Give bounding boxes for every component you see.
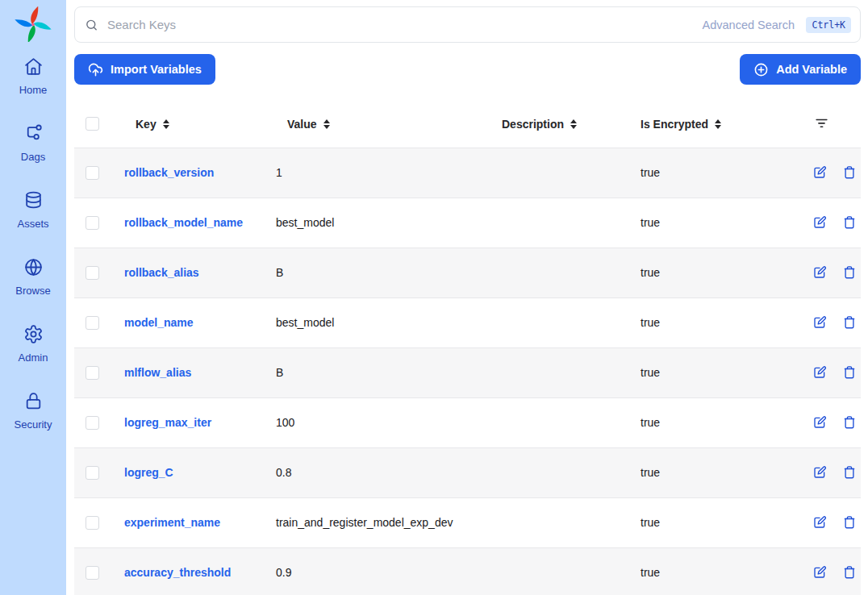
advanced-search-link[interactable]: Advanced Search (703, 19, 795, 31)
variables-table: Key Value Description Is Encrypted (74, 101, 861, 595)
lock-icon (23, 391, 44, 414)
row-actions (796, 298, 851, 347)
variable-is-encrypted: true (629, 347, 785, 397)
edit-variable-button[interactable] (812, 465, 827, 480)
row-checkbox[interactable] (86, 466, 99, 480)
column-header-key[interactable]: Key (113, 101, 265, 148)
row-checkbox[interactable] (86, 416, 99, 430)
delete-variable-button[interactable] (842, 565, 857, 580)
row-actions (796, 148, 851, 198)
column-header-description[interactable]: Description (490, 101, 629, 148)
edit-pencil-icon (812, 565, 827, 580)
edit-variable-button[interactable] (812, 315, 827, 330)
edit-variable-button[interactable] (812, 415, 827, 430)
variable-key-link[interactable]: rollback_version (124, 166, 214, 179)
edit-pencil-icon (812, 515, 827, 530)
sidebar-item-security[interactable]: Security (15, 391, 52, 431)
app-window: Home Dags Assets (0, 0, 868, 595)
variable-value: B (265, 248, 490, 298)
import-variables-button[interactable]: Import Variables (74, 54, 215, 85)
variable-key-link[interactable]: rollback_model_name (124, 216, 243, 229)
sidebar-item-dags[interactable]: Dags (15, 123, 52, 163)
column-label: Value (287, 118, 317, 131)
variable-description (490, 347, 629, 397)
variable-key-link[interactable]: accuracy_threshold (124, 566, 231, 579)
row-checkbox[interactable] (86, 366, 99, 380)
select-all-checkbox[interactable] (86, 117, 99, 131)
edit-variable-button[interactable] (812, 215, 827, 230)
column-header-is-encrypted[interactable]: Is Encrypted (629, 101, 785, 148)
variable-description (490, 298, 629, 347)
table-row: accuracy_threshold 0.9 true (74, 547, 861, 595)
airflow-logo[interactable] (14, 6, 52, 42)
variable-value: best_model (265, 298, 490, 347)
table-row: logreg_max_iter 100 true (74, 397, 861, 447)
delete-variable-button[interactable] (842, 415, 857, 430)
sidebar-item-browse[interactable]: Browse (15, 257, 52, 297)
row-checkbox[interactable] (86, 166, 99, 180)
sort-icon[interactable] (570, 119, 577, 129)
delete-variable-button[interactable] (842, 165, 857, 180)
variable-key-link[interactable]: logreg_max_iter (124, 416, 211, 429)
row-checkbox[interactable] (86, 516, 99, 530)
variable-value: B (265, 347, 490, 397)
filter-icon[interactable] (814, 115, 829, 131)
column-label: Is Encrypted (641, 118, 708, 131)
variable-key-link[interactable]: model_name (124, 316, 194, 329)
delete-variable-button[interactable] (842, 265, 857, 280)
variable-is-encrypted: true (629, 298, 785, 347)
delete-variable-button[interactable] (842, 365, 857, 380)
sidebar-item-label: Dags (21, 151, 45, 163)
main-content: Advanced Search Ctrl+K Import Variables … (66, 0, 868, 595)
row-checkbox[interactable] (86, 566, 99, 580)
edit-pencil-icon (812, 415, 827, 430)
row-checkbox[interactable] (86, 266, 99, 280)
column-header-value[interactable]: Value (265, 101, 490, 148)
delete-variable-button[interactable] (842, 215, 857, 230)
column-header-actions (785, 101, 861, 148)
edit-variable-button[interactable] (812, 565, 827, 580)
edit-variable-button[interactable] (812, 515, 827, 530)
table-row: experiment_name train_and_register_model… (74, 497, 861, 547)
table-row: mlflow_alias B true (74, 347, 861, 397)
edit-variable-button[interactable] (812, 165, 827, 180)
sort-icon[interactable] (715, 119, 721, 129)
sort-icon[interactable] (323, 119, 330, 129)
search-icon (85, 18, 98, 31)
sidebar-item-assets[interactable]: Assets (15, 190, 52, 230)
edit-variable-button[interactable] (812, 365, 827, 380)
table-row: model_name best_model true (74, 298, 861, 347)
sidebar-item-home[interactable]: Home (15, 56, 52, 96)
sidebar-item-admin[interactable]: Admin (15, 324, 52, 364)
sidebar-item-label: Security (15, 418, 52, 431)
trash-icon (842, 465, 857, 480)
trash-icon (842, 165, 857, 180)
sort-icon[interactable] (163, 119, 169, 129)
variable-is-encrypted: true (629, 198, 785, 248)
delete-variable-button[interactable] (842, 315, 857, 330)
edit-variable-button[interactable] (812, 265, 827, 280)
variable-key-link[interactable]: mlflow_alias (124, 366, 191, 379)
variable-key-link[interactable]: experiment_name (124, 516, 220, 529)
sidebar-item-label: Assets (17, 218, 48, 230)
sidebar-item-label: Admin (19, 352, 48, 364)
variable-key-link[interactable]: logreg_C (124, 466, 173, 479)
variable-is-encrypted: true (629, 497, 785, 547)
variable-description (490, 248, 629, 298)
upload-cloud-icon (88, 62, 103, 77)
variable-is-encrypted: true (629, 397, 785, 447)
delete-variable-button[interactable] (842, 515, 857, 530)
column-label: Key (136, 118, 156, 131)
home-icon (23, 56, 44, 80)
row-checkbox[interactable] (86, 316, 99, 330)
edit-pencil-icon (812, 315, 827, 330)
trash-icon (842, 265, 857, 280)
variable-value: 0.9 (265, 547, 490, 595)
row-checkbox[interactable] (86, 216, 99, 230)
row-actions (796, 498, 851, 547)
variable-is-encrypted: true (629, 547, 785, 595)
variable-key-link[interactable]: rollback_alias (124, 266, 199, 279)
delete-variable-button[interactable] (842, 465, 857, 480)
database-icon (23, 190, 44, 214)
add-variable-button[interactable]: Add Variable (740, 54, 861, 85)
